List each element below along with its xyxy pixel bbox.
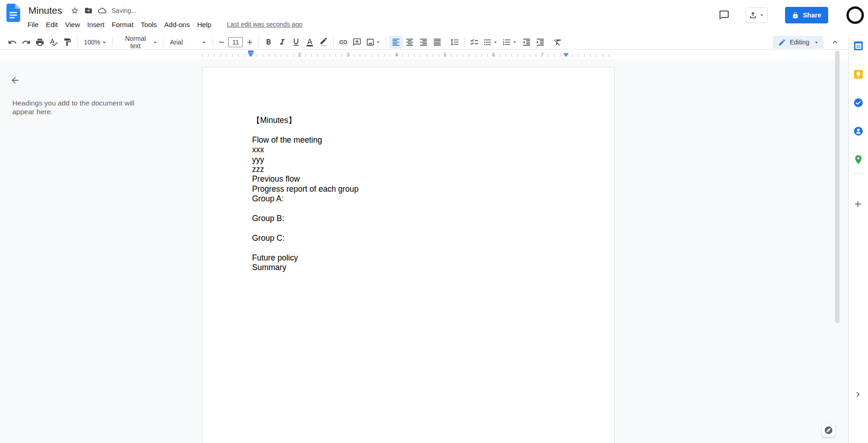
saving-cloud-icon — [95, 4, 109, 17]
document-title[interactable]: Minutes — [27, 5, 63, 16]
contacts-app-button[interactable] — [853, 126, 864, 137]
menu-item[interactable]: Tools — [137, 19, 160, 30]
doc-line[interactable]: Future policy — [252, 253, 565, 263]
numbered-list-icon — [502, 38, 511, 47]
paragraph-style-dropdown[interactable]: Normal text — [115, 36, 160, 49]
bold-icon — [264, 38, 273, 47]
menu-item[interactable]: View — [61, 19, 83, 30]
increase-font-size-button[interactable] — [244, 36, 256, 49]
bulleted-list-button[interactable] — [481, 36, 500, 49]
explore-button[interactable] — [822, 423, 835, 437]
decrease-font-size-button[interactable] — [215, 36, 227, 49]
share-label: Share — [803, 11, 821, 19]
toolbar-divider — [163, 38, 164, 47]
hide-menus-button[interactable] — [828, 36, 842, 49]
avatar[interactable] — [846, 6, 864, 24]
doc-line[interactable] — [252, 204, 565, 214]
document-page[interactable]: 【Minutes】Flow of the meetingxxxyyyzzzPre… — [202, 67, 615, 443]
doc-line[interactable]: Group A: — [252, 194, 565, 204]
doc-line[interactable] — [252, 125, 565, 135]
decrease-indent-icon — [522, 38, 531, 47]
spellcheck-button[interactable] — [47, 36, 60, 49]
font-family-dropdown[interactable]: Arial — [166, 36, 209, 49]
menu-item[interactable]: Insert — [83, 19, 108, 30]
vertical-scrollbar[interactable] — [835, 50, 840, 323]
right-indent-marker[interactable] — [563, 53, 569, 57]
tasks-app-button[interactable] — [853, 97, 864, 108]
menu-item[interactable]: Add-ons — [160, 19, 193, 30]
calendar-app-button[interactable]: 31 — [853, 40, 864, 51]
ruler-inch-label: 6 — [446, 50, 495, 59]
doc-line[interactable] — [252, 243, 565, 253]
decrease-indent-button[interactable] — [520, 36, 533, 49]
insert-image-button[interactable] — [364, 36, 383, 49]
menu-item[interactable]: Format — [108, 19, 137, 30]
move-folder-icon[interactable] — [82, 4, 95, 17]
doc-line[interactable]: Group B: — [252, 214, 565, 223]
spellcheck-icon — [49, 38, 58, 47]
menu-item[interactable]: Edit — [42, 19, 61, 30]
line-spacing-button[interactable] — [448, 36, 461, 49]
left-indent-marker[interactable] — [248, 53, 253, 57]
doc-line[interactable]: Progress report of each group — [252, 184, 565, 194]
doc-line[interactable]: Previous flow — [252, 174, 565, 184]
font-size-input[interactable]: 11 — [228, 37, 243, 47]
docs-logo-icon[interactable] — [6, 4, 20, 22]
paint-format-button[interactable] — [60, 36, 74, 49]
keep-app-button[interactable] — [853, 69, 864, 80]
maps-app-button[interactable] — [853, 154, 864, 165]
insert-link-button[interactable] — [336, 36, 350, 49]
print-button[interactable] — [33, 36, 47, 49]
increase-indent-button[interactable] — [533, 36, 547, 49]
doc-line[interactable]: yyy — [252, 155, 565, 165]
underline-button[interactable] — [289, 36, 303, 49]
contacts-icon — [853, 126, 864, 137]
italic-button[interactable] — [275, 36, 289, 49]
checklist-button[interactable] — [467, 36, 481, 49]
chevron-down-icon — [101, 39, 108, 46]
doc-line[interactable]: xxx — [252, 145, 565, 155]
align-center-button[interactable] — [403, 36, 417, 49]
align-center-icon — [405, 38, 414, 47]
hide-side-panel-button[interactable] — [853, 389, 864, 400]
menu-item[interactable]: File — [24, 19, 42, 30]
bold-button[interactable] — [262, 36, 275, 49]
chevron-right-icon — [853, 389, 863, 399]
doc-line[interactable]: 【Minutes】 — [252, 116, 565, 125]
last-edit-link[interactable]: Last edit was seconds ago — [227, 21, 302, 28]
zoom-dropdown[interactable]: 100% — [80, 36, 110, 49]
redo-button[interactable] — [19, 36, 33, 49]
upload-icon — [748, 11, 758, 20]
share-button[interactable]: Share — [785, 7, 828, 23]
header-actions: Share — [715, 6, 864, 24]
doc-line[interactable]: Flow of the meeting — [252, 135, 565, 145]
editing-mode-dropdown[interactable]: Editing — [773, 36, 824, 49]
ruler-inch-label: 3 — [301, 50, 350, 59]
doc-line[interactable]: zzz — [252, 165, 565, 174]
doc-line[interactable]: Group C: — [252, 233, 565, 243]
add-comment-button[interactable] — [350, 36, 364, 49]
toolbar-divider — [77, 38, 77, 47]
star-icon[interactable] — [68, 4, 82, 17]
undo-button[interactable] — [5, 36, 19, 49]
align-right-button[interactable] — [417, 36, 430, 49]
document-canvas: Headings you add to the document will ap… — [0, 59, 848, 443]
first-line-indent-marker[interactable] — [248, 50, 253, 53]
clear-formatting-button[interactable] — [551, 36, 565, 49]
highlight-icon — [319, 38, 328, 47]
ruler[interactable]: 1234567 — [0, 50, 848, 59]
close-outline-button[interactable] — [8, 73, 22, 88]
text-color-button[interactable] — [303, 36, 317, 49]
align-justify-button[interactable] — [430, 36, 444, 49]
highlight-color-button[interactable] — [317, 36, 330, 49]
doc-line[interactable] — [252, 223, 565, 233]
get-addons-button[interactable] — [853, 199, 864, 210]
menu-item[interactable]: Help — [193, 19, 215, 30]
numbered-list-button[interactable] — [500, 36, 520, 49]
align-left-button[interactable] — [389, 36, 403, 49]
comment-history-button[interactable] — [715, 6, 733, 24]
chevron-down-icon — [375, 39, 381, 45]
zoom-value: 100% — [84, 39, 100, 46]
upload-button[interactable] — [746, 7, 768, 23]
doc-line[interactable]: Summary — [252, 263, 565, 272]
